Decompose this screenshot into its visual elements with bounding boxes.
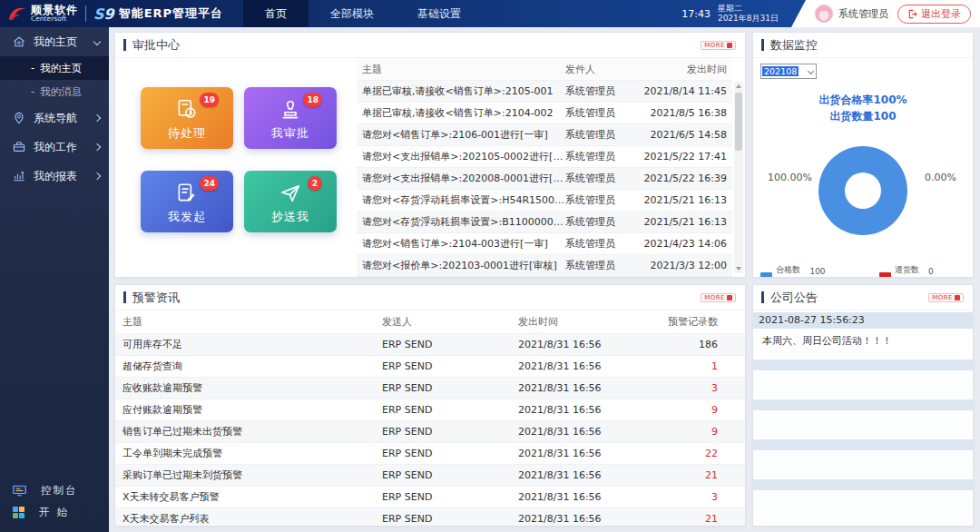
alert-row[interactable]: 销售订单已过期未出货预警 ERP SEND 2021/8/31 16:56 9: [115, 421, 745, 443]
alert-row[interactable]: X天未转交易客户预警 ERP SEND 2021/8/31 16:56 3: [115, 487, 745, 508]
approval-row[interactable]: 请您对<支出报销单>:202105-0002进行[审核] 系统管理员 2021/…: [357, 146, 732, 168]
alerts-more-button[interactable]: MORE: [701, 293, 736, 302]
logout-button[interactable]: 退出登录: [897, 5, 971, 24]
paper-plane-icon: [279, 182, 302, 205]
approval-row[interactable]: 请您对<支出报销单>:202008-0001进行[审核] 系统管理员 2021/…: [357, 168, 732, 190]
sidebar-label: 我的报表: [34, 169, 77, 184]
alert-time: 2021/8/31 16:56: [518, 404, 663, 416]
alert-row[interactable]: 应付账款逾期预警 ERP SEND 2021/8/31 16:56 9: [115, 399, 745, 421]
announcement-date[interactable]: 2021-08-27 15:56:23: [753, 312, 973, 329]
period-value: 202108: [762, 66, 799, 76]
nav-base-settings[interactable]: 基础设置: [396, 0, 483, 27]
start-icon: [13, 507, 24, 518]
title-accent: [123, 291, 126, 303]
alert-sender: ERP SEND: [382, 513, 518, 525]
document-clock-icon: [175, 98, 199, 122]
col-time: 发出时间: [643, 63, 732, 76]
scrollbar[interactable]: [734, 82, 743, 273]
approval-time: 2021/5/21 16:13: [643, 216, 732, 228]
approval-tiles: 19 待处理 18 我审批 24: [115, 58, 357, 277]
data-monitor-title: 数据监控: [770, 37, 818, 54]
alert-sender: ERP SEND: [382, 448, 518, 459]
period-select[interactable]: 202108: [760, 64, 817, 79]
donut-ring: [818, 146, 907, 235]
legend-returned: 退货数量 0 (0.00%): [879, 264, 965, 278]
start-label: 开 始: [39, 506, 69, 519]
announcements-more-button[interactable]: MORE: [928, 293, 964, 302]
sidebar-subitem-my-messages[interactable]: 我的消息: [0, 80, 109, 103]
scroll-thumb[interactable]: [735, 93, 742, 151]
tile-my-approvals[interactable]: 18 我审批: [244, 87, 337, 149]
tile-label: 我发起: [168, 209, 206, 225]
approval-row[interactable]: 单据已审核,请接收<销售订单>:2104-002 系统管理员 2021/8/5 …: [357, 103, 732, 124]
product-title: 智能ERP管理平台: [119, 5, 223, 22]
title-accent: [761, 39, 764, 51]
sidebar-item-my-work[interactable]: 我的工作: [0, 133, 109, 162]
data-monitor-panel: 数据监控 202108 出货合格率100% 出货数量100 100.00% 0.…: [752, 32, 974, 278]
alert-time: 2021/8/31 16:56: [518, 382, 663, 394]
alert-subject: 采购订单已过期未到货预警: [115, 468, 382, 482]
approval-more-button[interactable]: MORE: [701, 41, 736, 50]
approval-subject: 请您对<存货浮动耗损率设置>:B11000001进行[审核]: [357, 215, 565, 229]
scroll-down-icon[interactable]: [736, 267, 741, 271]
alert-time: 2021/8/31 16:56: [518, 339, 663, 350]
alert-time: 2021/8/31 16:56: [518, 513, 663, 525]
console-button[interactable]: 控制台: [0, 479, 109, 501]
main-nav: 首页 全部模块 基础设置: [243, 0, 483, 27]
console-icon: [13, 485, 26, 497]
alert-count: 1: [663, 360, 745, 372]
chevron-down-icon: [93, 38, 101, 45]
alert-subject: X天未交易客户列表: [115, 512, 382, 526]
alerts-title: 预警资讯: [132, 290, 180, 306]
sidebar-subitem-my-home[interactable]: 我的主页: [0, 56, 109, 80]
scroll-up-icon[interactable]: [736, 84, 741, 88]
start-button[interactable]: 开 始: [0, 501, 109, 523]
alert-count: 9: [663, 404, 745, 416]
more-icon: [727, 43, 732, 48]
nav-home[interactable]: 首页: [243, 0, 309, 27]
approval-row[interactable]: 请您对<销售订单>:2104-003进行[一审] 系统管理员 2021/4/23…: [357, 233, 732, 255]
approval-time: 2021/8/14 11:45: [643, 85, 732, 97]
s9-logo: S9: [93, 5, 114, 23]
alert-row[interactable]: X天未交易客户列表 ERP SEND 2021/8/31 16:56 21: [115, 508, 745, 527]
approval-subject: 请您对<报价单>:202103-0001进行[审核]: [357, 259, 565, 272]
announcement-empty: [753, 490, 973, 526]
more-label: MORE: [704, 42, 725, 49]
chart-legend: 合格数量 100 (100.00%) 退货数量 0 (0.00%): [760, 264, 965, 278]
approval-row[interactable]: 请您对<销售订单>:2106-001进行[一审] 系统管理员 2021/6/5 …: [357, 124, 732, 146]
approval-row[interactable]: 请您对<存货浮动耗损率设置>:H54R15006002进行[审核] 系统管理员 …: [357, 190, 732, 212]
legend-swatch-red: [879, 272, 891, 278]
logout-label: 退出登录: [921, 7, 961, 21]
sidebar-item-my-home[interactable]: 我的主页: [0, 27, 109, 56]
approval-subject: 请您对<存货浮动耗损率设置>:H54R15006002进行[审核]: [357, 193, 565, 207]
approval-row[interactable]: 单据已审核,请接收<销售订单>:2105-001 系统管理员 2021/8/14…: [357, 81, 732, 103]
approval-row[interactable]: 请您对<报价单>:202103-0001进行[审核] 系统管理员 2021/3/…: [357, 255, 732, 277]
alert-row[interactable]: 可用库存不足 ERP SEND 2021/8/31 16:56 186: [115, 334, 745, 356]
approval-sender: 系统管理员: [565, 259, 643, 272]
approval-time: 2021/4/23 14:06: [643, 238, 732, 250]
more-icon: [955, 295, 960, 300]
sidebar-label: 我的工作: [34, 140, 77, 155]
home-icon: [11, 34, 26, 50]
alert-row[interactable]: 工令单到期未完成预警 ERP SEND 2021/8/31 16:56 22: [115, 443, 745, 465]
tile-my-initiated[interactable]: 24 我发起: [141, 171, 233, 232]
user-avatar[interactable]: [815, 5, 833, 23]
tile-cc-me[interactable]: 2 抄送我: [244, 171, 337, 232]
my-approvals-count-badge: 18: [303, 93, 322, 107]
announcement-content: 本周六、周日公司活动！！！: [753, 329, 973, 358]
alert-row[interactable]: 超储存货查询 ERP SEND 2021/8/31 16:56 1: [115, 356, 745, 378]
alert-row[interactable]: 采购订单已过期未到货预警 ERP SEND 2021/8/31 16:56 21: [115, 465, 745, 487]
alert-row[interactable]: 应收账款逾期预警 ERP SEND 2021/8/31 16:56 3: [115, 378, 745, 399]
right-percent-label: 0.00%: [925, 172, 956, 183]
tile-pending[interactable]: 19 待处理: [141, 87, 233, 149]
more-label: MORE: [704, 294, 725, 301]
chevron-down-icon: [808, 68, 814, 74]
announcement-empty: [753, 450, 973, 478]
approval-time: 2021/5/21 16:13: [643, 194, 732, 206]
sidebar-label: 我的主页: [34, 34, 77, 50]
approval-row[interactable]: 请您对<存货浮动耗损率设置>:B11000001进行[审核] 系统管理员 202…: [357, 212, 732, 233]
nav-all-modules[interactable]: 全部模块: [309, 0, 396, 27]
sidebar-item-my-reports[interactable]: 我的报表: [0, 162, 109, 191]
sidebar-item-system-nav[interactable]: 系统导航: [0, 103, 109, 133]
approval-subject: 请您对<销售订单>:2104-003进行[一审]: [357, 237, 565, 251]
